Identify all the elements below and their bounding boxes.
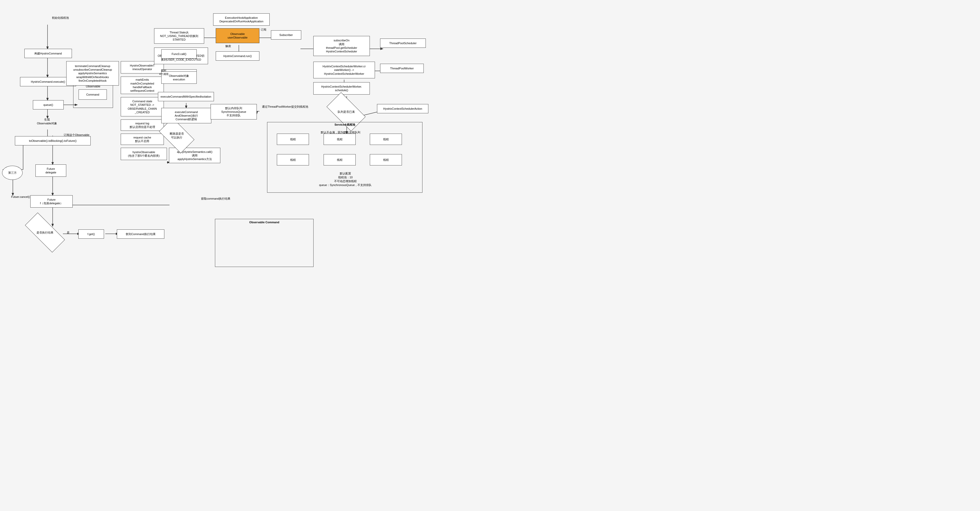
- request-cache-box: request cache默认不启用: [121, 134, 164, 145]
- thread1-box: 线程: [277, 134, 309, 145]
- threadpool-worker-box: ThreadPoolWorker: [380, 64, 424, 73]
- timeout-label: 超时4个调用: [159, 69, 169, 76]
- hystrix-run-box: HystrixCommand.run(): [216, 51, 259, 60]
- observable-command-label: Observable Command: [215, 219, 313, 224]
- hystrix-context-worker-box: HystrixContextSchedulerWorker.createWork…: [313, 62, 375, 78]
- get-result-box: 拿到Command执行结果: [117, 229, 164, 239]
- cmd-state-created-box: Command stateNOT_STARTED ->OBSERVABLE_CH…: [121, 97, 164, 116]
- observable-user-box: ObservableuserObservable: [216, 28, 259, 43]
- threadpool-scheduler-box: ThreadPoolScheduler: [380, 38, 426, 48]
- hystrix-scheduler-action-box: HystrixContextSchedulerAction: [377, 104, 428, 113]
- subscriber-box: Subscriber: [271, 30, 301, 40]
- thread2-box: 线程: [324, 134, 356, 145]
- subscribe-on-box: subscribeOn调用threadPool.getSchedulerHyst…: [313, 36, 370, 56]
- to-observable-box: toObservable().toBlocking().toFuture(): [15, 136, 91, 145]
- request-log-box: request log默认启用但是不处理: [121, 119, 164, 131]
- is-label: 是: [67, 231, 70, 234]
- generate-observable-label: 生成Observable对象: [30, 118, 64, 126]
- terminate-cleanup-box: terminateCommandCleanupunsubscribeComman…: [66, 61, 119, 86]
- init-thread-pool-label: 初始化线程池: [40, 16, 81, 20]
- mark-emits-box: markEmitsmarkOnCompletedhandleFallbackse…: [121, 76, 164, 94]
- trigger-label: 触发: [226, 44, 231, 48]
- subscribe-label: 订阅: [261, 28, 266, 32]
- execution-hook-box: ExecutionHookApplicationDeprecatedOnRunH…: [213, 13, 270, 26]
- func0-call2-box: Func0.call(): [161, 49, 197, 59]
- f-get-box: f.get(): [78, 229, 104, 239]
- observable-command-outer-box: Observable Command: [215, 219, 313, 267]
- circuit-ok-diamond: 断路器是否可以执行: [161, 126, 192, 145]
- command-inner-box: Command: [79, 89, 107, 100]
- thread-state-box: Thread State从NOT_USING_THREAD切换到STARTED: [154, 28, 204, 44]
- is-done-diamond: 是否执行结果: [26, 223, 64, 242]
- thread3-box: 线程: [370, 134, 402, 145]
- default-config-label: 默认配置线程池：10不可动态增加线程queue：SynchronousQueue…: [274, 172, 417, 187]
- apply-hystrix-box: applyHystrixSemantics.call()调用applyHystr…: [169, 148, 220, 163]
- construct-hystrix-box: 构建HystrixCommand: [24, 49, 72, 58]
- default-mem-queue-box: 默认内存队列SynchronousQueue不支持排队: [211, 104, 257, 119]
- future-delegate-box: Futuredelegate: [35, 164, 66, 177]
- get-result2-label: 获取command执行结果: [167, 197, 264, 201]
- future-f-box: Futuref（包装delegate）: [30, 195, 73, 208]
- execute-cmd-observe-box: executeCommandAndObserve()执行Command的逻辑: [161, 108, 212, 123]
- hystrix-observable-box: hystrixObservable(包含了那5个匿名内部类): [121, 148, 167, 160]
- queue-full-diamond: 队列是否已满: [329, 102, 363, 122]
- via-threadpool-label: 通过ThreadPoolWorker提交到线程池: [258, 105, 312, 109]
- thread6-box: 线程: [370, 154, 402, 166]
- thread5-box: 线程: [324, 154, 356, 166]
- third-party-circle: 第三方: [2, 166, 22, 180]
- observable-outer-box: Observable Command: [73, 83, 113, 108]
- thread4-box: 线程: [277, 154, 309, 166]
- service-a-pool-title: ServiceA线程池: [267, 123, 422, 127]
- queue-box: queue(): [33, 100, 64, 110]
- diagram-container: 初始化线程池 构建HystrixCommand HystrixCommand.e…: [0, 0, 980, 511]
- execute-isolation-box: executeCommandWithSpecifiedIsolation: [158, 92, 214, 101]
